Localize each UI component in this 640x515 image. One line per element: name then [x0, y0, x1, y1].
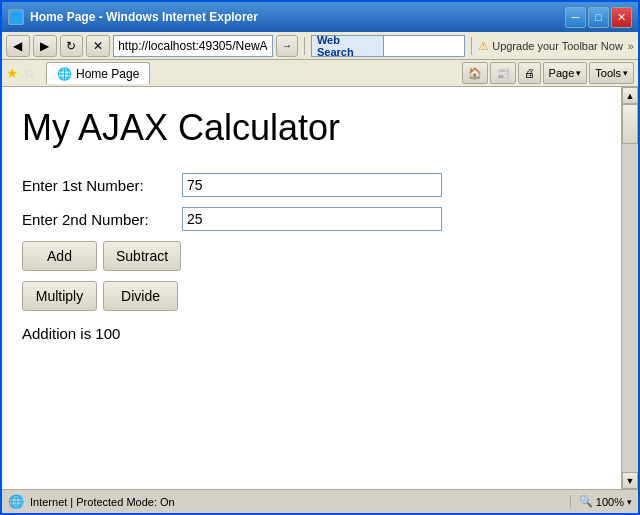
search-input[interactable] — [384, 36, 464, 56]
divide-button[interactable]: Divide — [103, 281, 178, 311]
scroll-thumb[interactable] — [622, 104, 638, 144]
zoom-area: 🔍 100% ▾ — [570, 495, 632, 508]
title-bar-left: 🌐 Home Page - Windows Internet Explorer — [8, 9, 258, 25]
more-button[interactable]: » — [628, 40, 634, 52]
close-button[interactable]: ✕ — [611, 7, 632, 28]
tools-chevron: ▾ — [623, 68, 628, 78]
tab-home-icon: 🌐 — [57, 67, 72, 81]
upgrade-text: Upgrade your Toolbar Now — [492, 40, 623, 52]
input-1st-number[interactable] — [182, 173, 442, 197]
favorites-star[interactable]: ★ — [6, 65, 19, 81]
add-favorite-star[interactable]: ☆ — [23, 65, 36, 81]
zoom-chevron[interactable]: ▾ — [627, 497, 632, 507]
vertical-scrollbar: ▲ ▼ — [621, 87, 638, 489]
search-box-wrap: Web Search — [311, 35, 465, 57]
label-2nd: Enter 2nd Number: — [22, 211, 182, 228]
tab-area: 🌐 Home Page — [40, 62, 458, 84]
separator2 — [471, 37, 472, 55]
page-label: Page — [549, 67, 575, 79]
browser-icon: 🌐 — [8, 9, 24, 25]
go-button[interactable]: → — [276, 35, 298, 57]
forward-button[interactable]: ▶ — [33, 35, 57, 57]
scroll-down-arrow[interactable]: ▼ — [622, 472, 638, 489]
page-title: My AJAX Calculator — [22, 107, 601, 149]
input-row-2: Enter 2nd Number: — [22, 207, 601, 231]
page-content: My AJAX Calculator Enter 1st Number: Ent… — [2, 87, 621, 489]
warning-icon: ⚠ — [478, 39, 489, 53]
address-toolbar: ◀ ▶ ↻ ✕ → Web Search ⚠ Upgrade your Tool… — [2, 32, 638, 60]
search-label[interactable]: Web Search — [312, 36, 384, 56]
status-icon: 🌐 — [8, 494, 24, 509]
page-tools: 🏠 📰 🖨 Page ▾ Tools ▾ — [462, 62, 634, 84]
favorites-bar: ★ ☆ 🌐 Home Page 🏠 📰 🖨 Page ▾ Tools ▾ — [2, 60, 638, 87]
scroll-track[interactable] — [622, 104, 638, 472]
minimize-button[interactable]: ─ — [565, 7, 586, 28]
feeds-button[interactable]: 📰 — [490, 62, 516, 84]
window-controls: ─ □ ✕ — [565, 7, 632, 28]
page-menu-button[interactable]: Page ▾ — [543, 62, 588, 84]
button-row-2: Multiply Divide — [22, 281, 601, 311]
back-button[interactable]: ◀ — [6, 35, 30, 57]
window-title: Home Page - Windows Internet Explorer — [30, 10, 258, 24]
tools-label: Tools — [595, 67, 621, 79]
button-row-1: Add Subtract — [22, 241, 601, 271]
zoom-icon: 🔍 — [579, 495, 593, 508]
page-chevron: ▾ — [576, 68, 581, 78]
status-text: Internet | Protected Mode: On — [30, 496, 564, 508]
address-input[interactable] — [113, 35, 273, 57]
refresh-button[interactable]: ↻ — [60, 35, 84, 57]
label-1st: Enter 1st Number: — [22, 177, 182, 194]
browser-window: 🌐 Home Page - Windows Internet Explorer … — [0, 0, 640, 515]
maximize-button[interactable]: □ — [588, 7, 609, 28]
print-button[interactable]: 🖨 — [518, 62, 541, 84]
scroll-up-arrow[interactable]: ▲ — [622, 87, 638, 104]
content-wrapper: My AJAX Calculator Enter 1st Number: Ent… — [2, 87, 638, 489]
stop-button[interactable]: ✕ — [86, 35, 110, 57]
title-bar: 🌐 Home Page - Windows Internet Explorer … — [2, 2, 638, 32]
tab-home[interactable]: 🌐 Home Page — [46, 62, 150, 84]
subtract-button[interactable]: Subtract — [103, 241, 181, 271]
tools-menu-button[interactable]: Tools ▾ — [589, 62, 634, 84]
input-row-1: Enter 1st Number: — [22, 173, 601, 197]
separator — [304, 37, 305, 55]
add-button[interactable]: Add — [22, 241, 97, 271]
home-button[interactable]: 🏠 — [462, 62, 488, 84]
zoom-level: 100% — [596, 496, 624, 508]
input-2nd-number[interactable] — [182, 207, 442, 231]
status-bar: 🌐 Internet | Protected Mode: On 🔍 100% ▾ — [2, 489, 638, 513]
tab-home-label: Home Page — [76, 67, 139, 81]
multiply-button[interactable]: Multiply — [22, 281, 97, 311]
result-text: Addition is 100 — [22, 325, 601, 342]
